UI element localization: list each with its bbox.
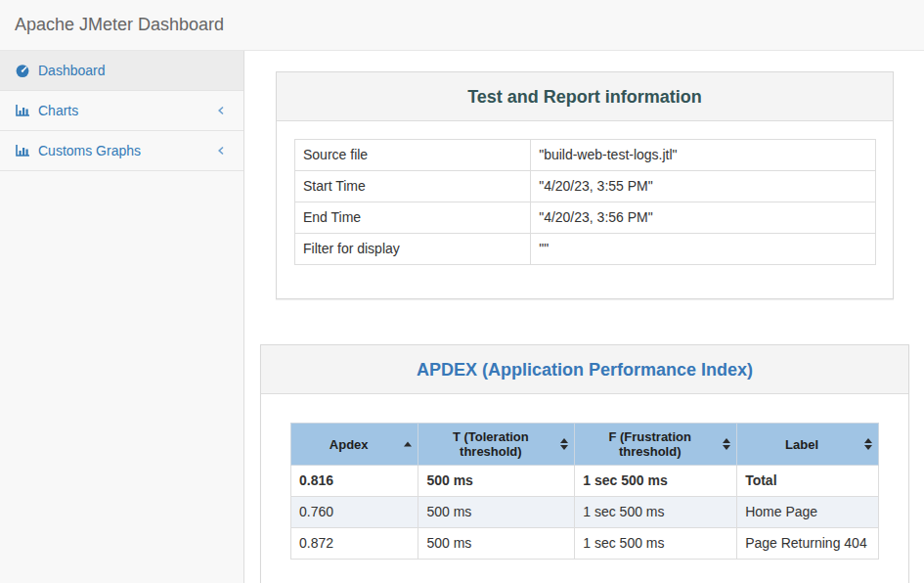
info-label: Source file (295, 140, 531, 171)
chevron-left-icon (216, 105, 226, 116)
info-value: "build-web-test-logs.jtl" (531, 140, 876, 171)
test-info-table: Source file "build-web-test-logs.jtl" St… (294, 139, 876, 265)
info-label: Filter for display (295, 234, 531, 265)
apdex-value: 0.760 (291, 497, 418, 528)
toleration-value: 500 ms (418, 528, 575, 560)
chevron-left-icon (216, 145, 226, 157)
info-value: "4/20/23, 3:56 PM" (531, 202, 876, 234)
apdex-panel-body: Apdex T (Toleration threshold) F (Frustr… (261, 394, 908, 583)
column-header-frustration[interactable]: F (Frustration threshold) (575, 424, 737, 466)
navbar-brand[interactable]: Apache JMeter Dashboard (15, 15, 224, 35)
tachometer-icon (14, 63, 31, 78)
table-row: Filter for display "" (295, 234, 876, 265)
apdex-value: 0.816 (291, 466, 418, 497)
column-header-label[interactable]: Label (737, 424, 879, 466)
bar-chart-icon (14, 104, 31, 117)
apdex-header-row: Apdex T (Toleration threshold) F (Frustr… (291, 424, 879, 466)
apdex-panel: APDEX (Application Performance Index) Ap… (260, 344, 909, 583)
apdex-panel-header: APDEX (Application Performance Index) (261, 345, 908, 394)
table-row: Start Time "4/20/23, 3:55 PM" (295, 171, 876, 202)
sidebar-item-charts[interactable]: Charts (0, 91, 243, 131)
apdex-panel-title: APDEX (Application Performance Index) (271, 359, 899, 381)
table-row: Source file "build-web-test-logs.jtl" (295, 140, 876, 171)
table-row: 0.816 500 ms 1 sec 500 ms Total (291, 466, 879, 497)
info-label: Start Time (295, 171, 531, 202)
bar-chart-icon (14, 144, 31, 157)
label-value: Page Returning 404 (737, 528, 879, 560)
toleration-value: 500 ms (418, 466, 575, 497)
apdex-table: Apdex T (Toleration threshold) F (Frustr… (290, 423, 879, 560)
sidebar-item-label: Charts (38, 103, 216, 118)
apdex-value: 0.872 (291, 528, 418, 560)
test-info-panel-body: Source file "build-web-test-logs.jtl" St… (277, 121, 893, 298)
test-info-panel-header: Test and Report information (277, 72, 893, 121)
main-content: Test and Report information Source file … (245, 51, 924, 583)
navbar: Apache JMeter Dashboard (0, 0, 924, 51)
label-value: Home Page (737, 497, 879, 528)
sort-both-icon (723, 438, 730, 450)
info-label: End Time (295, 202, 531, 234)
sidebar-item-label: Dashboard (38, 63, 230, 78)
info-value: "" (531, 234, 876, 265)
frustration-value: 1 sec 500 ms (575, 528, 737, 560)
sort-both-icon (560, 438, 568, 450)
sidebar-item-label: Customs Graphs (38, 143, 216, 158)
info-value: "4/20/23, 3:55 PM" (531, 171, 876, 202)
test-info-panel-title: Test and Report information (286, 86, 883, 108)
frustration-value: 1 sec 500 ms (575, 466, 737, 497)
sidebar-item-customs-graphs[interactable]: Customs Graphs (0, 131, 243, 171)
column-header-apdex[interactable]: Apdex (291, 424, 418, 466)
label-value: Total (737, 466, 879, 497)
column-header-toleration[interactable]: T (Toleration threshold) (418, 424, 575, 466)
table-row: 0.872 500 ms 1 sec 500 ms Page Returning… (291, 528, 879, 560)
frustration-value: 1 sec 500 ms (575, 497, 737, 528)
sidebar-item-dashboard[interactable]: Dashboard (0, 51, 243, 91)
test-info-panel: Test and Report information Source file … (276, 71, 894, 299)
table-row: End Time "4/20/23, 3:56 PM" (295, 202, 876, 234)
table-row: 0.760 500 ms 1 sec 500 ms Home Page (291, 497, 879, 528)
sort-ascending-icon (404, 442, 412, 447)
sort-both-icon (864, 438, 872, 450)
toleration-value: 500 ms (418, 497, 575, 528)
sidebar: Dashboard Charts Customs (0, 51, 244, 583)
